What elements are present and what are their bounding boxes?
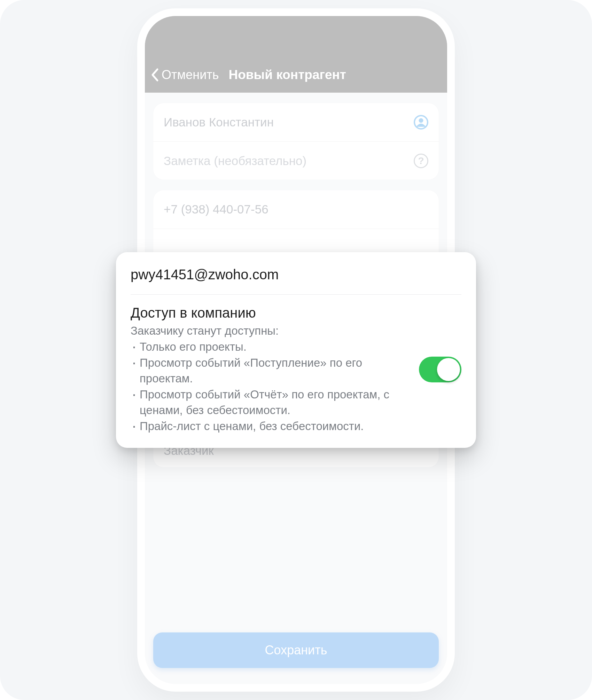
chevron-left-icon — [150, 68, 159, 82]
contact-icon[interactable] — [414, 115, 428, 130]
back-label: Отменить — [162, 68, 219, 82]
save-button[interactable]: Сохранить — [153, 632, 439, 668]
popup-text: Доступ в компанию Заказчику станут досту… — [131, 305, 408, 434]
page-title: Новый контрагент — [229, 68, 346, 82]
access-toggle[interactable] — [419, 357, 461, 382]
name-note-card: Иванов Константин Заметка (необязательно… — [153, 103, 439, 180]
popup-email[interactable]: pwy41451@zwoho.com — [131, 267, 461, 294]
app-stage: Отменить Новый контрагент Иванов Констан… — [0, 0, 592, 700]
svg-point-1 — [419, 118, 423, 123]
access-popup: pwy41451@zwoho.com Доступ в компанию Зак… — [116, 252, 476, 448]
popup-bullets: Только его проекты. Просмотр событий «По… — [131, 339, 408, 434]
popup-intro: Заказчику станут доступны: — [131, 324, 408, 337]
popup-bullet: Просмотр событий «Поступление» по его пр… — [131, 355, 408, 387]
note-field[interactable]: Заметка (необязательно) ? — [153, 141, 439, 180]
help-icon[interactable]: ? — [414, 154, 428, 168]
popup-bullet: Прайс-лист с ценами, без себестоимости. — [131, 418, 408, 434]
note-placeholder: Заметка (необязательно) — [164, 154, 306, 168]
back-button[interactable]: Отменить — [150, 68, 219, 82]
save-button-label: Сохранить — [265, 643, 327, 658]
phone-field[interactable]: +7 (938) 440-07-56 — [153, 190, 439, 228]
navbar: Отменить Новый контрагент — [145, 16, 447, 93]
popup-bullet: Просмотр событий «Отчёт» по его проектам… — [131, 387, 408, 418]
popup-divider — [131, 294, 461, 295]
popup-body: Доступ в компанию Заказчику станут досту… — [131, 305, 461, 434]
name-field[interactable]: Иванов Константин — [153, 103, 439, 141]
popup-title: Доступ в компанию — [131, 305, 408, 321]
popup-bullet: Только его проекты. — [131, 339, 408, 355]
phone-value: +7 (938) 440-07-56 — [164, 202, 268, 216]
name-value: Иванов Константин — [164, 115, 274, 129]
toggle-knob — [437, 358, 460, 381]
